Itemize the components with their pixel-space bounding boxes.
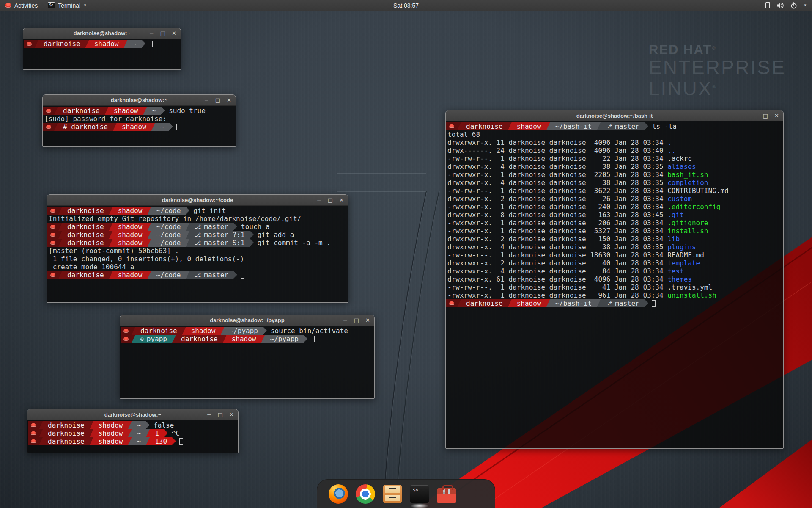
clock[interactable]: Sat 03:57 (393, 2, 419, 9)
command-text: git commit -a -m . (258, 239, 331, 247)
minimize-button[interactable]: − (752, 113, 757, 119)
git-branch-icon: ⎇ (606, 300, 612, 306)
powerline-separator (54, 107, 58, 115)
file-name: plugins (667, 243, 696, 251)
system-status-area[interactable]: ▼ (765, 0, 807, 11)
window-titlebar[interactable]: darknoise@shadow:~ −□✕ (43, 95, 236, 106)
git-branch-icon: ⎇ (606, 123, 612, 130)
redhat-icon (123, 329, 129, 333)
terminal-content[interactable]: darknoiseshadow~falsedarknoiseshadow~1^C… (27, 420, 238, 453)
window-titlebar[interactable]: darknoise@shadow:~/pyapp −□✕ (120, 315, 374, 326)
prompt-segment-exit: 130 (150, 437, 172, 445)
powerline-separator (186, 223, 189, 231)
prompt-line: darknoiseshadow~/code⎇master ?:1git add … (47, 231, 348, 239)
prompt-segment-user: darknoise (461, 299, 508, 307)
close-button[interactable]: ✕ (227, 97, 231, 103)
activities-label: Activities (14, 2, 38, 9)
prompt-line: darknoiseshadow~/code⎇master (47, 271, 348, 279)
ls-row: -rw-rw-r--. 1 darknoise darknoise 18630 … (446, 251, 783, 259)
prompt-segment-path: ~ (132, 421, 146, 429)
command-text: touch a (241, 223, 269, 231)
terminal-content[interactable]: darknoiseshadow~/bash-it⎇masterls -latot… (446, 121, 783, 448)
close-button[interactable]: ✕ (229, 412, 234, 417)
terminal-glyph: $> (413, 487, 418, 493)
minimize-button[interactable]: − (204, 97, 209, 103)
prompt-arrow (645, 122, 648, 130)
minimize-button[interactable]: − (207, 412, 211, 417)
prompt-segment-host: shadow (186, 327, 221, 335)
minimize-button[interactable]: − (343, 318, 348, 323)
prompt-line: darknoiseshadow~/bash-it⎇masterls -la (446, 122, 783, 130)
powerline-separator (261, 335, 265, 343)
prompt-arrow (233, 271, 237, 279)
prompt-segment-git: ⎇master (601, 122, 645, 130)
app-menu-terminal[interactable]: $> Terminal ▼ (43, 0, 92, 11)
ls-row: -rw-rw-r--. 1 darknoise darknoise 22 Jan… (446, 155, 783, 163)
dock-item-terminal[interactable]: $> (409, 483, 430, 505)
minimize-button[interactable]: − (317, 197, 321, 203)
dock-item-chrome[interactable] (355, 483, 376, 505)
window-titlebar[interactable]: darknoise@shadow:~ −□✕ (27, 409, 238, 420)
prompt-line: darknoiseshadow~/codegit init (47, 207, 348, 215)
terminal-content[interactable]: darknoiseshadow~/pyappsource bin/activat… (120, 326, 374, 398)
activities-button[interactable]: Activities (0, 0, 43, 11)
desktop: Activities $> Terminal ▼ Sat 03:57 ▼ RED… (0, 0, 812, 508)
maximize-button[interactable]: □ (328, 197, 333, 203)
prompt-segment-git: ⎇master (601, 299, 645, 307)
powerline-separator (146, 429, 150, 437)
ls-row: drwxrwxr-x. 4 darknoise darknoise 38 Jan… (446, 179, 783, 187)
logo-line-linux: LINUX® (649, 77, 786, 98)
running-app-indicator (410, 503, 429, 508)
prompt-segment-user: darknoise (461, 122, 508, 130)
powerline-separator (109, 207, 113, 215)
window-title: darknoise@shadow:~/pyapp (210, 317, 284, 323)
ls-row: -rwxrwxr-x. 1 darknoise darknoise 206 Ja… (446, 219, 783, 227)
ls-row: drwxrwxr-x. 2 darknoise darknoise 40 Jan… (446, 259, 783, 267)
close-button[interactable]: ✕ (172, 30, 176, 36)
logo-line-enterprise: ENTERPRISE (649, 58, 786, 77)
redhat-logo-icon (5, 3, 11, 8)
terminal-content[interactable]: darknoiseshadow~ (23, 39, 181, 69)
powerline-separator (132, 335, 135, 343)
prompt-segment-hat (28, 421, 39, 429)
close-button[interactable]: ✕ (774, 113, 779, 119)
window-titlebar[interactable]: darknoise@shadow:~/bash-it −□✕ (446, 110, 783, 121)
close-button[interactable]: ✕ (365, 318, 370, 323)
prompt-segment-git: ⎇master (189, 223, 233, 231)
dock-item-appgrid[interactable] (464, 483, 484, 505)
file-name: template (667, 259, 700, 267)
close-button[interactable]: ✕ (339, 197, 344, 203)
terminal-content[interactable]: darknoiseshadow~sudo true[sudo] password… (43, 106, 236, 146)
powerline-separator (148, 271, 151, 279)
ls-row: drwxrwxr-x. 2 darknoise darknoise 26 Jan… (446, 195, 783, 203)
dock-item-toolbox[interactable] (436, 483, 457, 505)
prompt-line: darknoiseshadow~130 (28, 437, 238, 445)
prompt-arrow (250, 231, 254, 238)
powerline-separator (128, 421, 132, 429)
maximize-button[interactable]: □ (215, 97, 220, 103)
prompt-segment-path: ~ (155, 123, 170, 131)
maximize-button[interactable]: □ (354, 318, 359, 323)
terminal-cursor (311, 336, 315, 342)
window-titlebar[interactable]: darknoise@shadow:~/code −□✕ (47, 195, 348, 206)
terminal-text-line: [master (root-commit) 50bcb63] . (47, 247, 348, 255)
minimize-button[interactable]: − (149, 30, 154, 36)
window-titlebar[interactable]: darknoise@shadow:~ −□✕ (23, 28, 181, 39)
redhat-icon (50, 233, 55, 237)
redhat-icon (31, 423, 36, 427)
maximize-button[interactable]: □ (160, 30, 165, 36)
dock-item-firefox[interactable] (328, 483, 348, 505)
command-text: ls -la (652, 122, 677, 130)
file-name: test (667, 267, 684, 275)
dock-item-files[interactable] (382, 483, 403, 505)
ls-row-details: -rwxrwxr-x. 1 darknoise darknoise 206 Ja… (447, 219, 667, 227)
terminal-content[interactable]: darknoiseshadow~/codegit initInitialized… (47, 206, 348, 302)
prompt-segment-host: shadow (93, 437, 128, 445)
maximize-button[interactable]: □ (218, 412, 223, 417)
files-icon (383, 485, 402, 503)
terminal-window-home-2: darknoise@shadow:~ −□✕ darknoiseshadow~f… (27, 409, 239, 453)
maximize-button[interactable]: □ (763, 113, 768, 119)
ls-row-details: drwxrwxr-x. 2 darknoise darknoise 26 Jan… (447, 195, 667, 203)
powerline-separator (597, 299, 601, 307)
ls-row: drwxrwxr-x. 4 darknoise darknoise 84 Jan… (446, 267, 783, 275)
